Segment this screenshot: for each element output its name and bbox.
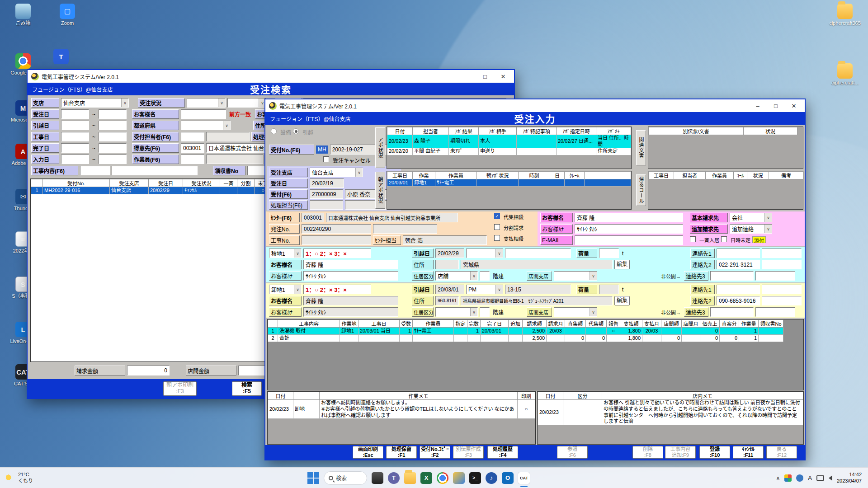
store-memo-table[interactable]: 日付区分店内メモ20/02/23お客様へ 引越と別々で動いているので時間合わせて… (538, 392, 803, 425)
tray-app-icon[interactable] (784, 474, 792, 482)
minimize-icon[interactable]: – (749, 100, 767, 111)
pickup-name-field[interactable]: 斉藤 隆 (303, 260, 398, 269)
order-status-select-1[interactable]: ∨ (187, 98, 226, 108)
speaker-icon[interactable] (829, 475, 832, 481)
footer-button[interactable]: ｷｬﾝｾﾙ:F11 (733, 446, 764, 459)
client-code-field[interactable]: 003001 (181, 143, 204, 153)
order-date-field[interactable]: 20/02/19 (310, 178, 344, 188)
table-row[interactable]: 20/02/23卸地お客様へ訪問時間連絡をお願いします。 ※お客様へ引越の荷物届… (268, 400, 535, 419)
close-icon[interactable]: ✕ (494, 71, 512, 82)
worker-name-field[interactable] (206, 155, 263, 164)
desktop-icon-zoom[interactable]: ▢ Zoom (48, 4, 87, 26)
search-window-titlebar[interactable]: 電気工事管理システム/Ver 2.0.1 – □ ✕ (28, 70, 514, 83)
dropoff-kana-field[interactable]: ｻｲﾄｳ ﾀｶｼ (303, 307, 398, 317)
dropoff-rating-field[interactable]: 1：○ 2：× 3：× (303, 285, 371, 294)
footer-button[interactable]: 処理保留:F1 (386, 446, 417, 459)
dropoff-contact1-field[interactable] (717, 285, 760, 294)
apo-status-table[interactable]: 日付担当者ｱﾎﾟ結果ｱﾎﾟ相手ｱﾎﾟ特記事項ｱﾎﾟ指定日時ｱﾎﾟﾒﾓ20/02/… (387, 127, 631, 155)
dropoff-residence-select[interactable]: ∨ (435, 307, 478, 317)
table-row[interactable]: 20/02/23お客様へ 引越と別々で動いているので時間合わせて訪問は難しい 前… (538, 400, 803, 425)
process-staff-code[interactable] (310, 200, 343, 210)
dropoff-interstore-select[interactable]: ∨ (554, 307, 597, 317)
pickup-residence-select[interactable]: 店舗∨ (435, 271, 478, 281)
pickup-date-field[interactable]: 20/02/29 (435, 249, 464, 258)
pickup-interstore-select[interactable]: ∨ (554, 271, 597, 281)
return-call-button[interactable]: 帰るコール (636, 174, 646, 206)
base-billing-select[interactable]: 会社∨ (730, 213, 772, 222)
table-row[interactable]: 20/02/23森 陽子期限切れ本人20/02/27 日通...当日 住所、時間 (387, 135, 631, 148)
dropoff-ampm-select[interactable]: PM∨ (466, 285, 503, 294)
weather-widget[interactable]: 21°C くもり (0, 472, 38, 483)
pickup-address-edit-button[interactable]: 編集 (614, 260, 630, 269)
work-date-from-input[interactable] (61, 132, 89, 141)
moving-radio[interactable] (293, 128, 299, 134)
pickup-contact3-field[interactable] (710, 271, 754, 281)
order-no-field[interactable]: 002240290 (302, 224, 371, 234)
dropoff-address-edit-button[interactable]: 編集 (614, 296, 630, 305)
dropoff-contact2b-field[interactable] (762, 296, 802, 305)
reception-prefix-chip[interactable]: MH (316, 145, 328, 154)
customer-name-field[interactable]: 斉藤 隆 (575, 213, 683, 222)
dropoff-contact3b-field[interactable] (755, 307, 795, 317)
prefecture-select[interactable]: ∨ (181, 121, 231, 130)
pickup-contact1-field[interactable] (717, 249, 760, 258)
footer-button[interactable]: 参照:F6 (557, 446, 588, 459)
pickup-address-field[interactable]: 宮城県 (461, 260, 613, 269)
call-table[interactable]: 工事日担当者作業員ｺｰﾙ状況備考 (648, 171, 803, 179)
attachment-badge[interactable]: 添付 (752, 236, 766, 243)
start-button[interactable] (307, 472, 319, 484)
simultaneous-movein-checkbox[interactable] (690, 236, 696, 242)
move-date-from-input[interactable] (61, 121, 89, 130)
branch-select[interactable]: 仙台支店∨ (61, 98, 129, 108)
dropoff-selector[interactable]: 卸地1∨ (269, 285, 302, 294)
table-row[interactable]: 2合計2,500001,8000001 (268, 335, 783, 342)
add-billing-select[interactable]: 追加連絡∨ (730, 224, 772, 234)
pickup-contact1b-field[interactable] (762, 249, 802, 258)
pickup-zip-field[interactable] (435, 260, 459, 269)
tray-clock[interactable]: 14:42 2023/04/07 (837, 472, 862, 484)
sub-slip-table[interactable]: 別伝票/文書状況 (648, 127, 797, 135)
footer-button[interactable]: 登録:F10 (699, 446, 730, 459)
datetime-tbd-checkbox[interactable] (721, 236, 727, 242)
taskbar-terminal-icon[interactable]: >_ (469, 472, 481, 484)
dropoff-load-field[interactable] (599, 285, 619, 294)
complete-date-from-input[interactable] (61, 143, 89, 153)
tab-apo-status[interactable]: アポ状況 (375, 127, 385, 168)
work-no-field[interactable] (302, 235, 371, 245)
related-documents-button[interactable]: 関連文書 (636, 130, 646, 165)
center-name-field[interactable]: 日本通運株式会社 仙台支店 仙台引越美術品事業所 (326, 213, 458, 222)
work-content-name-input[interactable] (112, 166, 198, 175)
taskbar-explorer-icon[interactable] (404, 472, 416, 484)
pickup-floor-field[interactable] (480, 271, 490, 281)
work-content-code-input[interactable] (80, 166, 110, 175)
dropoff-floor-field[interactable] (480, 307, 490, 317)
input-date-from-input[interactable] (61, 155, 89, 164)
desktop-icon-ciphercraft[interactable]: ciphercraft... (826, 63, 864, 86)
taskbar-teams-icon[interactable]: T (388, 472, 400, 484)
dropoff-zip-field[interactable]: 960-8161 (435, 296, 459, 305)
work-memo-table[interactable]: 日付作業メモ印刷20/02/23卸地お客様へ訪問時間連絡をお願いします。 ※お客… (268, 392, 535, 419)
morning-apo-print-button[interactable]: 朝アポ印刷:F3 (163, 381, 197, 396)
order-status-select-2[interactable]: ∨ (227, 98, 266, 108)
footer-button[interactable]: 画面印刷:Esc (353, 446, 383, 459)
desktop-icon-ciphercraft365[interactable]: ciphercraft365 (826, 4, 864, 26)
reception-staff-code-input[interactable] (181, 132, 204, 141)
footer-button[interactable]: 工事内容追加:F9 (665, 446, 696, 459)
maximize-icon[interactable]: □ (767, 100, 785, 111)
pickup-contact2-field[interactable]: 022-291-3121 (717, 260, 760, 269)
payment-offset-checkbox[interactable] (494, 235, 500, 241)
tab-morning-apo-status[interactable]: 朝アポ状況 (375, 172, 385, 209)
taskbar-app-icon[interactable] (372, 472, 383, 484)
order-cancel-checkbox[interactable] (323, 156, 329, 162)
pickup-selector[interactable]: 積地1∨ (269, 249, 302, 258)
morning-apo-table[interactable]: 工事日作業作業員朝ｱﾎﾟ状況時刻日ｸﾚｰﾑ20/03/01卸地1ｻﾄｰ電工 (387, 171, 631, 187)
footer-button[interactable]: 別伝票作成:F3 (453, 446, 484, 459)
footer-button[interactable]: 受付No.ｺﾋﾟｰ:F2 (420, 446, 450, 459)
reception-staff-name-field[interactable] (206, 132, 250, 141)
desktop-icon-recycle-bin[interactable]: ごみ箱 (4, 4, 42, 26)
footer-button[interactable]: 戻る:F12 (766, 446, 797, 459)
complete-date-to-input[interactable] (99, 143, 127, 153)
email-field[interactable] (575, 235, 683, 245)
dropoff-address-field[interactable]: 福島県福島市郷野目師々田8-1 ｾｼﾞｭｰﾙﾌﾗｯﾌﾟA201 (461, 296, 613, 305)
dropoff-contact2-field[interactable]: 090-6853-9016 (717, 296, 760, 305)
